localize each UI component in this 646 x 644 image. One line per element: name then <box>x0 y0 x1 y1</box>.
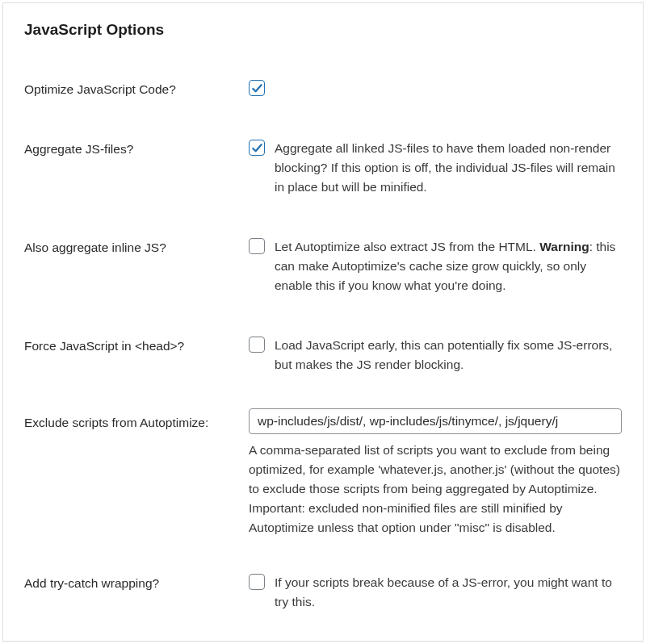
check-icon <box>251 82 263 94</box>
option-row-exclude: Exclude scripts from Autoptimize: A comm… <box>24 408 622 537</box>
aggregate-inline-checkbox[interactable] <box>249 238 265 254</box>
aggregate-js-desc: Aggregate all linked JS-files to have th… <box>275 139 622 197</box>
option-row-trycatch: Add try-catch wrapping? If your scripts … <box>24 573 622 612</box>
option-row-aggregate-js: Aggregate JS-files? Aggregate all linked… <box>24 139 622 197</box>
option-row-optimize-js: Optimize JavaScript Code? <box>24 79 622 98</box>
exclude-desc: A comma-separated list of scripts you wa… <box>249 441 622 537</box>
force-head-checkbox[interactable] <box>249 337 265 353</box>
force-head-label: Force JavaScript in <head>? <box>24 336 249 355</box>
js-options-panel: JavaScript Options Optimize JavaScript C… <box>2 2 644 642</box>
optimize-js-label: Optimize JavaScript Code? <box>24 79 249 98</box>
trycatch-label: Add try-catch wrapping? <box>24 573 249 592</box>
option-row-aggregate-inline: Also aggregate inline JS? Let Autoptimiz… <box>24 237 622 295</box>
trycatch-checkbox[interactable] <box>249 574 265 590</box>
force-head-desc: Load JavaScript early, this can potentia… <box>275 336 622 374</box>
exclude-label: Exclude scripts from Autoptimize: <box>24 408 249 432</box>
aggregate-inline-label: Also aggregate inline JS? <box>24 237 249 257</box>
aggregate-inline-desc: Let Autoptimize also extract JS from the… <box>275 237 622 295</box>
aggregate-js-checkbox[interactable] <box>249 140 265 156</box>
optimize-js-checkbox[interactable] <box>249 80 265 96</box>
option-row-force-head: Force JavaScript in <head>? Load JavaScr… <box>24 336 622 374</box>
section-title: JavaScript Options <box>24 21 622 39</box>
aggregate-js-label: Aggregate JS-files? <box>24 139 249 158</box>
exclude-input[interactable] <box>249 408 622 434</box>
check-icon <box>251 142 263 154</box>
trycatch-desc: If your scripts break because of a JS-er… <box>275 573 622 612</box>
